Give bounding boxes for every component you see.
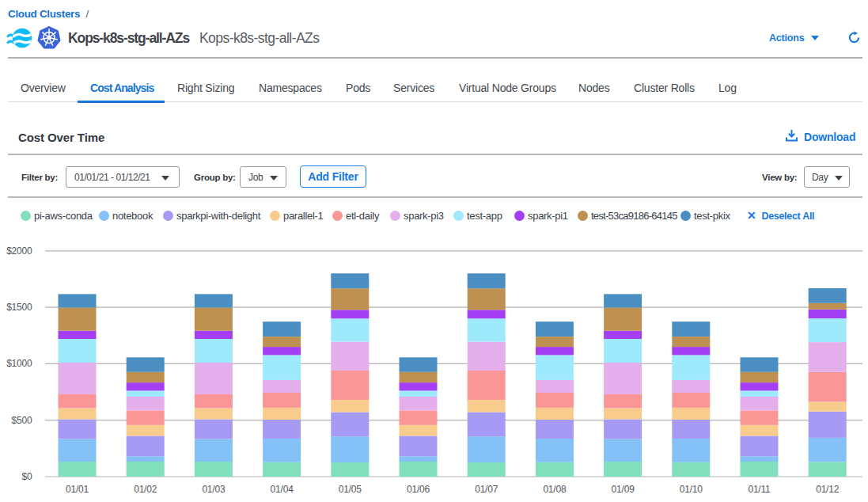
svg-text:$2000: $2000	[6, 245, 32, 257]
svg-text:01/02: 01/02	[134, 484, 157, 495]
svg-text:01/12: 01/12	[816, 484, 840, 495]
svg-text:01/09: 01/09	[612, 484, 635, 495]
svg-text:01/01: 01/01	[66, 484, 89, 495]
svg-text:$0: $0	[22, 471, 32, 482]
svg-text:01/11: 01/11	[748, 484, 771, 495]
svg-text:01/06: 01/06	[407, 484, 430, 495]
svg-text:01/05: 01/05	[339, 484, 362, 495]
svg-text:$1500: $1500	[6, 302, 32, 313]
svg-text:01/08: 01/08	[543, 484, 567, 495]
svg-text:01/03: 01/03	[202, 484, 226, 495]
svg-text:01/04: 01/04	[271, 484, 294, 495]
svg-text:01/07: 01/07	[475, 484, 498, 495]
svg-text:$1000: $1000	[6, 358, 32, 369]
svg-text:$500: $500	[12, 415, 32, 426]
svg-text:01/10: 01/10	[680, 484, 703, 495]
